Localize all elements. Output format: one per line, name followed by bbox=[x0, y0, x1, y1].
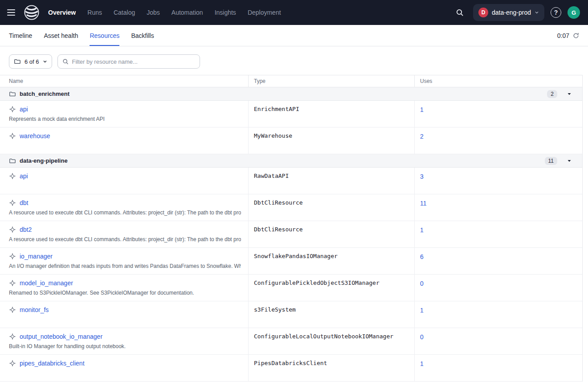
nav-item-overview[interactable]: Overview bbox=[48, 9, 76, 16]
name-cell: dbt2 A resource used to execute dbt CLI … bbox=[0, 221, 248, 247]
folder-icon bbox=[9, 157, 16, 164]
dagster-logo-icon[interactable] bbox=[24, 5, 39, 20]
resources-table: Name Type Uses batch_enrichment 2 bbox=[0, 75, 583, 382]
resource-group-row-batch_enrichment[interactable]: batch_enrichment 2 bbox=[0, 87, 582, 101]
resource-icon bbox=[9, 333, 16, 340]
tab-resources[interactable]: Resources bbox=[90, 25, 119, 46]
resource-uses-link[interactable]: 1 bbox=[420, 226, 424, 234]
uses-cell: 2 bbox=[414, 127, 582, 154]
resource-icon bbox=[9, 360, 16, 367]
nav-item-label: Jobs bbox=[147, 9, 160, 16]
resources-table-body: batch_enrichment 2 api Represents bbox=[0, 87, 582, 382]
search-icon[interactable] bbox=[453, 5, 467, 20]
resource-uses-link[interactable]: 2 bbox=[420, 133, 424, 140]
name-cell: output_notebook_io_manager Built-in IO M… bbox=[0, 328, 248, 354]
resource-uses-link[interactable]: 0 bbox=[420, 333, 424, 341]
nav-item-label: Catalog bbox=[114, 9, 135, 16]
resource-uses-link[interactable]: 1 bbox=[420, 360, 424, 367]
folder-icon bbox=[14, 58, 21, 65]
nav-item-automation[interactable]: Automation bbox=[172, 9, 203, 16]
resource-name-link[interactable]: dbt2 bbox=[20, 226, 32, 233]
table-row: monitor_fs s3FileSystem 1 bbox=[0, 301, 582, 328]
table-row: api RawDataAPI 3 bbox=[0, 168, 582, 194]
name-cell: api bbox=[0, 168, 248, 194]
resource-uses-link[interactable]: 1 bbox=[420, 307, 424, 314]
uses-cell: 1 bbox=[414, 221, 582, 247]
resource-name-link[interactable]: pipes_databricks_client bbox=[20, 360, 85, 367]
workspace-initial-badge: D bbox=[478, 8, 488, 17]
nav-item-runs[interactable]: Runs bbox=[87, 9, 102, 16]
resource-type: MyWarehouse bbox=[248, 127, 414, 154]
name-cell: api Represents a mock data enrichment AP… bbox=[0, 101, 248, 127]
chevron-down-icon[interactable] bbox=[567, 159, 572, 163]
resource-name-link[interactable]: io_manager bbox=[20, 253, 53, 260]
column-header-type: Type bbox=[248, 75, 414, 87]
resource-name-link[interactable]: dbt bbox=[20, 199, 28, 206]
resource-type: ConfigurableLocalOutputNotebookIOManager bbox=[248, 328, 414, 354]
resource-icon bbox=[9, 226, 16, 233]
table-header-row: Name Type Uses bbox=[0, 75, 582, 87]
table-row: warehouse MyWarehouse 2 bbox=[0, 127, 582, 154]
chevron-down-icon bbox=[535, 10, 539, 15]
resource-icon bbox=[9, 253, 16, 260]
resource-type: s3FileSystem bbox=[248, 301, 414, 328]
resource-description: Renamed to S3PickleIOManager. See S3Pick… bbox=[9, 290, 241, 296]
resource-type: ConfigurablePickledObjectS3IOManager bbox=[248, 275, 414, 301]
nav-item-jobs[interactable]: Jobs bbox=[147, 9, 160, 16]
resource-uses-link[interactable]: 11 bbox=[420, 200, 427, 207]
resource-uses-link[interactable]: 6 bbox=[420, 253, 424, 260]
resource-type: EnrichmentAPI bbox=[248, 101, 414, 127]
resource-search-input[interactable] bbox=[72, 58, 195, 65]
workspace-switcher[interactable]: D data-eng-prod bbox=[473, 4, 544, 21]
nav-item-deployment[interactable]: Deployment bbox=[248, 9, 281, 16]
name-cell: dbt A resource used to execute dbt CLI c… bbox=[0, 194, 248, 221]
group-count-badge: 2 bbox=[547, 90, 557, 98]
table-row: dbt A resource used to execute dbt CLI c… bbox=[0, 194, 582, 221]
help-icon[interactable]: ? bbox=[551, 7, 561, 18]
tab-label: Backfills bbox=[131, 32, 154, 39]
group-name: data-eng-pipeline bbox=[20, 157, 68, 164]
tab-asset-health[interactable]: Asset health bbox=[44, 25, 78, 46]
resource-icon bbox=[9, 106, 16, 113]
name-cell: warehouse bbox=[0, 127, 248, 154]
resource-type: SnowflakePandasIOManager bbox=[248, 248, 414, 274]
resource-name-link[interactable]: warehouse bbox=[20, 132, 50, 140]
nav-item-catalog[interactable]: Catalog bbox=[114, 9, 135, 16]
resource-icon bbox=[9, 279, 16, 287]
top-navbar: Overview Runs Catalog Jobs Automation In… bbox=[0, 0, 588, 25]
name-cell: model_io_manager Renamed to S3PickleIOMa… bbox=[0, 275, 248, 301]
resource-description: An I/O manager definition that reads inp… bbox=[9, 263, 241, 269]
uses-cell: 0 bbox=[414, 328, 582, 354]
resource-name-link[interactable]: api bbox=[20, 173, 28, 180]
nav-item-label: Deployment bbox=[248, 9, 281, 16]
resource-uses-link[interactable]: 3 bbox=[420, 173, 424, 180]
resource-description: A resource used to execute dbt CLI comma… bbox=[9, 236, 241, 242]
user-avatar[interactable]: G bbox=[568, 6, 580, 19]
resource-name-link[interactable]: monitor_fs bbox=[20, 306, 49, 313]
refresh-timer: 0:07 bbox=[557, 32, 569, 39]
resource-uses-link[interactable]: 1 bbox=[420, 106, 424, 113]
nav-item-insights[interactable]: Insights bbox=[215, 9, 236, 16]
resource-uses-link[interactable]: 0 bbox=[420, 280, 424, 287]
table-row: model_io_manager Renamed to S3PickleIOMa… bbox=[0, 275, 582, 301]
resource-name-link[interactable]: output_notebook_io_manager bbox=[20, 333, 102, 340]
tab-bar-tabs: Timeline Asset health Resources Backfill… bbox=[9, 25, 154, 46]
tab-backfills[interactable]: Backfills bbox=[131, 25, 154, 46]
name-cell: io_manager An I/O manager definition tha… bbox=[0, 248, 248, 274]
resource-description: Built-in IO Manager for handling output … bbox=[9, 343, 241, 349]
repo-filter-dropdown[interactable]: 6 of 6 bbox=[9, 54, 52, 69]
repo-filter-label: 6 of 6 bbox=[24, 58, 39, 65]
resource-name-link[interactable]: api bbox=[20, 106, 28, 113]
refresh-icon[interactable] bbox=[573, 33, 579, 39]
chevron-down-icon[interactable] bbox=[567, 92, 572, 96]
tab-label: Timeline bbox=[9, 32, 32, 39]
nav-item-label: Runs bbox=[87, 9, 102, 16]
resource-group-row-data-eng-pipeline[interactable]: data-eng-pipeline 11 bbox=[0, 154, 582, 168]
nav-item-label: Overview bbox=[48, 9, 76, 16]
tab-timeline[interactable]: Timeline bbox=[9, 25, 32, 46]
main-nav: Overview Runs Catalog Jobs Automation In… bbox=[48, 9, 281, 16]
resource-name-link[interactable]: model_io_manager bbox=[20, 279, 73, 287]
name-cell: pipes_databricks_client bbox=[0, 355, 248, 381]
hamburger-menu-icon[interactable] bbox=[7, 7, 19, 18]
table-row: dbt2 A resource used to execute dbt CLI … bbox=[0, 221, 582, 248]
